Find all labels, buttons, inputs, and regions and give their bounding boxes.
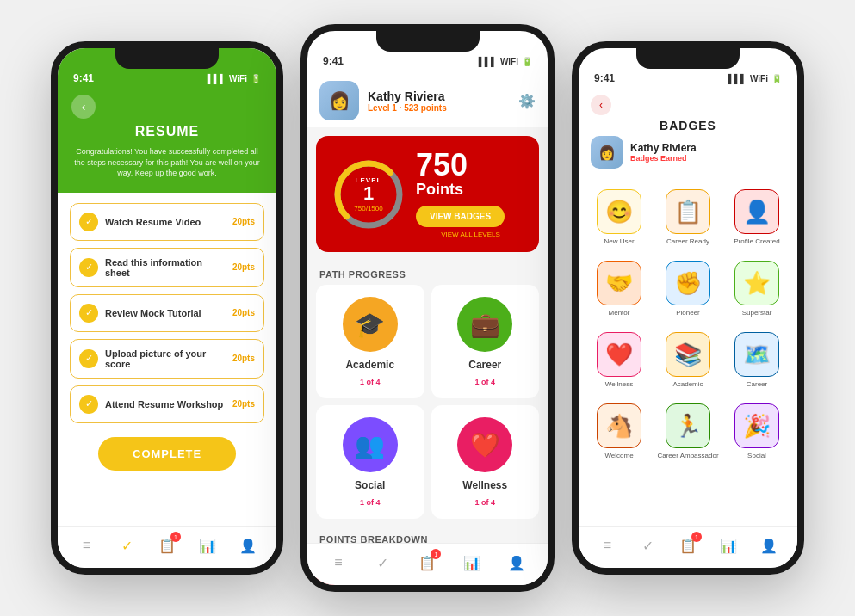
right-profile-sub: Badges Earned xyxy=(630,154,697,163)
task-item-1[interactable]: ✓ Watch Resume Video 20pts xyxy=(70,203,264,241)
left-phone: 9:41 ▌▌▌ WiFi 🔋 ‹ RESUME Congratulations… xyxy=(51,41,283,575)
complete-button[interactable]: COMPLETE xyxy=(98,437,236,471)
new-user-icon: 😊 xyxy=(597,189,641,234)
ambassador-label: Career Ambassador xyxy=(657,452,718,459)
badge-career: 🗺️ Career xyxy=(725,332,789,398)
path-social[interactable]: 👥 Social 1 of 4 xyxy=(316,405,424,519)
task-item-4[interactable]: ✓ Upload picture of your score 20pts xyxy=(70,339,264,379)
right-nav-check[interactable]: ✓ xyxy=(637,535,658,556)
right-nav-calendar[interactable]: 📋 1 xyxy=(678,535,698,556)
career-icon: 💼 xyxy=(457,297,512,352)
task-item-5[interactable]: ✓ Attend Resume Workshop 20pts xyxy=(70,385,264,423)
task-item-2[interactable]: ✓ Read this information sheet 20pts xyxy=(70,248,264,287)
left-header: ‹ RESUME Congratulations! You have succe… xyxy=(58,88,276,193)
task-check-3: ✓ xyxy=(79,304,98,323)
pioneer-icon: ✊ xyxy=(666,261,710,305)
gauge-text: LEVEL 1 750/1500 xyxy=(354,176,382,213)
wellness-label: Wellness xyxy=(605,380,633,388)
task-pts-3: 20pts xyxy=(232,308,255,317)
path-academic[interactable]: 🎓 Academic 1 of 4 xyxy=(316,285,424,398)
academic-icon: 🎓 xyxy=(343,297,398,352)
mentor-icon: 🤝 xyxy=(597,261,641,305)
right-status-bar: 9:41 ▌▌▌ WiFi 🔋 xyxy=(579,48,797,91)
profile-header: 👩 Kathy Riviera Level 1 · 523 points ⚙️ xyxy=(307,74,548,127)
right-nav-chart[interactable]: 📊 xyxy=(718,535,739,556)
right-phone: 9:41 ▌▌▌ WiFi 🔋 ‹ BADGES 👩 Kathy Riviera… xyxy=(572,41,804,575)
right-time: 9:41 xyxy=(594,72,615,84)
badge-social: 🎉 Social xyxy=(725,403,789,470)
right-title: BADGES xyxy=(591,119,785,132)
task-list: ✓ Watch Resume Video 20pts ✓ Read this i… xyxy=(58,193,276,568)
badge-wellness: ❤️ Wellness xyxy=(587,332,651,398)
profile-created-icon: 👤 xyxy=(734,189,779,234)
center-nav-profile[interactable]: 👤 xyxy=(506,552,527,573)
center-nav-check[interactable]: ✓ xyxy=(373,552,393,573)
task-check-4: ✓ xyxy=(79,349,98,368)
task-check-2: ✓ xyxy=(79,258,98,277)
level-gauge: LEVEL 1 750/1500 xyxy=(330,156,407,233)
academic-progress: 1 of 4 xyxy=(360,378,381,386)
wellness-name: Wellness xyxy=(462,479,507,491)
badge-welcome: 🐴 Welcome xyxy=(587,403,651,470)
left-status-bar: 9:41 ▌▌▌ WiFi 🔋 xyxy=(58,48,276,88)
social-icon: 🎉 xyxy=(734,403,779,448)
center-status-icons: ▌▌▌ WiFi 🔋 xyxy=(479,57,532,66)
nav-home[interactable]: ≡ xyxy=(76,535,96,556)
points-label: Points xyxy=(416,181,525,199)
wellness-icon: ❤️ xyxy=(597,332,641,377)
badge-new-user: 😊 New User xyxy=(587,189,651,256)
left-status-icons: ▌▌▌ WiFi 🔋 xyxy=(208,74,261,83)
superstar-icon: ⭐ xyxy=(734,261,779,305)
path-career[interactable]: 💼 Career 1 of 4 xyxy=(431,285,540,398)
task-pts-4: 20pts xyxy=(232,354,255,363)
nav-calendar[interactable]: 📋 1 xyxy=(157,535,177,556)
right-nav-profile[interactable]: 👤 xyxy=(759,535,779,556)
welcome-label: Welcome xyxy=(604,452,633,459)
right-header: ‹ BADGES 👩 Kathy Riviera Badges Earned xyxy=(579,91,797,182)
right-back-button[interactable]: ‹ xyxy=(591,95,611,115)
mentor-label: Mentor xyxy=(609,309,630,317)
task-check-1: ✓ xyxy=(79,213,98,231)
center-time: 9:41 xyxy=(323,55,344,67)
nav-profile[interactable]: 👤 xyxy=(238,535,258,556)
view-badges-button[interactable]: VIEW BADGES xyxy=(416,206,505,227)
badge-mentor: 🤝 Mentor xyxy=(587,261,651,327)
social-name: Social xyxy=(355,479,385,491)
career-name: Career xyxy=(468,359,501,371)
wellness-progress: 1 of 4 xyxy=(474,498,495,507)
points-section: 750 Points VIEW BADGES VIEW ALL LEVELS xyxy=(416,150,525,238)
center-nav-chart[interactable]: 📊 xyxy=(462,552,482,573)
path-wellness[interactable]: ❤️ Wellness 1 of 4 xyxy=(431,405,540,519)
right-profile: 👩 Kathy Riviera Badges Earned xyxy=(591,136,785,174)
task-item-3[interactable]: ✓ Review Mock Tutorial 20pts xyxy=(70,294,264,332)
nav-chart[interactable]: 📊 xyxy=(197,535,218,556)
center-nav-home[interactable]: ≡ xyxy=(328,552,349,573)
right-avatar: 👩 xyxy=(591,136,623,169)
wellness-icon: ❤️ xyxy=(457,417,512,472)
right-nav-home[interactable]: ≡ xyxy=(597,535,617,556)
path-progress-title: PATH PROGRESS xyxy=(307,261,548,285)
center-nav-calendar[interactable]: 📋 1 xyxy=(417,552,437,573)
points-value: 750 xyxy=(416,150,525,181)
path-grid: 🎓 Academic 1 of 4 💼 Career 1 of 4 👥 Soci… xyxy=(307,285,548,526)
center-status-bar: 9:41 ▌▌▌ WiFi 🔋 xyxy=(307,31,548,74)
badges-grid: 😊 New User 📋 Career Ready 👤 Profile Crea… xyxy=(579,182,797,530)
academic-icon: 📚 xyxy=(666,332,710,377)
back-button[interactable]: ‹ xyxy=(71,95,96,119)
right-profile-info: Kathy Riviera Badges Earned xyxy=(630,142,697,163)
badge-profile-created: 👤 Profile Created xyxy=(725,189,789,256)
badge-career-ambassador: 🏃 Career Ambassador xyxy=(656,403,720,470)
level-num: 1 xyxy=(354,184,382,203)
badge-academic: 📚 Academic xyxy=(656,332,720,398)
career-ready-icon: 📋 xyxy=(666,189,710,234)
settings-icon[interactable]: ⚙️ xyxy=(518,93,536,109)
right-status-icons: ▌▌▌ WiFi 🔋 xyxy=(728,74,782,83)
nav-check[interactable]: ✓ xyxy=(116,535,137,556)
left-subtitle: Congratulations! You have successfully c… xyxy=(71,146,263,179)
center-phone: 9:41 ▌▌▌ WiFi 🔋 👩 Kathy Riviera Level 1 … xyxy=(300,24,555,592)
badge-pioneer: ✊ Pioneer xyxy=(656,261,720,327)
view-all-levels[interactable]: VIEW ALL LEVELS xyxy=(416,231,525,238)
academic-name: Academic xyxy=(345,359,394,371)
right-bottom-nav: ≡ ✓ 📋 1 📊 👤 xyxy=(579,526,797,568)
social-label: Social xyxy=(747,452,766,459)
